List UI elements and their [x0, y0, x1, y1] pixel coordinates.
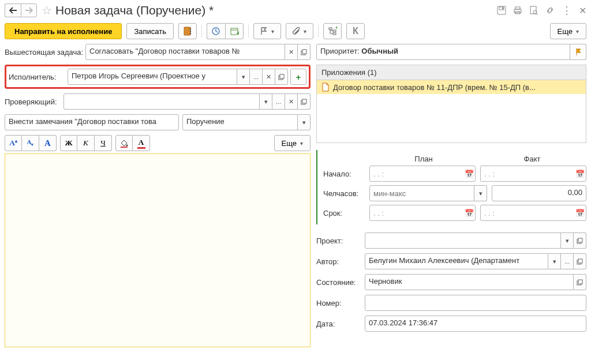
hours-label: Челчасов: — [323, 189, 369, 198]
richtext-editor[interactable] — [5, 153, 311, 347]
back-button[interactable] — [5, 3, 21, 17]
svg-rect-4 — [515, 7, 520, 9]
open-button[interactable] — [298, 93, 311, 110]
dropdown-button[interactable]: ▾ — [561, 232, 574, 249]
font-reset-button[interactable]: А — [39, 135, 57, 151]
hours-fact-input[interactable]: 0,00 — [492, 185, 586, 201]
open-button[interactable] — [275, 69, 288, 85]
clock-icon — [211, 27, 220, 36]
project-label: Проект: — [316, 237, 365, 245]
bold-button[interactable]: Ж — [60, 135, 77, 151]
dropdown-button[interactable]: ▾ — [298, 114, 311, 130]
italic-button[interactable]: К — [77, 135, 95, 151]
tree-add-button[interactable]: + — [323, 23, 342, 39]
clear-button[interactable]: ✕ — [285, 93, 298, 110]
italic-icon: К — [83, 138, 88, 148]
submit-button[interactable]: Направить на исполнение — [5, 23, 122, 39]
project-input[interactable] — [365, 232, 561, 249]
calendar-icon[interactable]: 📅 — [575, 170, 585, 178]
executor-input[interactable]: Петров Игорь Сергеевич (Проектное у — [68, 69, 237, 85]
checker-input[interactable] — [63, 93, 260, 110]
title-bar: ☆ Новая задача (Поручение) * ⋮ ✕ — [0, 0, 591, 21]
flag-dropdown-button[interactable] — [253, 23, 281, 39]
clock-button[interactable] — [207, 23, 225, 39]
font-increase-button[interactable]: A▴ — [5, 135, 22, 151]
fact-heading: Факт — [478, 155, 586, 163]
calendar-icon[interactable]: 📅 — [465, 209, 474, 217]
start-row: Начало: . . :📅 . . :📅 — [323, 166, 586, 182]
svg-rect-19 — [333, 33, 336, 35]
save-icon[interactable] — [497, 6, 506, 15]
flag-icon — [260, 27, 268, 35]
open-button[interactable] — [574, 253, 586, 269]
attach-dropdown-button[interactable] — [286, 23, 313, 39]
addressbook-button[interactable] — [178, 23, 197, 39]
parent-task-input[interactable]: Согласовать "Договор поставки товаров № — [85, 44, 285, 60]
page-title: Новая задача (Поручение) * — [55, 3, 497, 17]
dropdown-button[interactable]: ▾ — [548, 253, 561, 269]
print-icon[interactable] — [513, 6, 522, 15]
svg-rect-11 — [190, 31, 191, 32]
dropdown-button[interactable]: ▾ — [260, 93, 272, 110]
clear-button[interactable]: ✕ — [285, 44, 298, 60]
dropdown-button[interactable]: ▾ — [237, 69, 250, 85]
underline-button[interactable]: Ч — [95, 135, 112, 151]
priority-flag-button[interactable] — [570, 44, 586, 60]
checker-label: Проверяющий: — [5, 97, 63, 106]
type-input[interactable]: Поручение — [182, 114, 298, 130]
deadline-plan-input[interactable]: . . :📅 — [369, 205, 476, 221]
svg-rect-22 — [302, 50, 306, 54]
star-icon[interactable]: ☆ — [42, 3, 52, 17]
close-icon[interactable]: ✕ — [579, 5, 586, 16]
popup-icon — [301, 49, 307, 55]
record-button[interactable]: Записать — [126, 23, 174, 39]
number-input[interactable] — [365, 295, 586, 311]
calendar-icon[interactable]: 📅 — [575, 209, 585, 217]
tree-icon: + — [328, 27, 337, 36]
project-row: Проект: ▾ — [316, 232, 586, 249]
toolbar: Направить на исполнение Записать + + К Е… — [0, 21, 591, 44]
add-executor-button[interactable]: + — [290, 69, 306, 85]
author-label: Автор: — [316, 257, 365, 266]
preview-icon[interactable] — [529, 6, 538, 15]
open-button[interactable] — [298, 44, 311, 60]
paperclip-icon — [292, 27, 300, 35]
open-button[interactable] — [574, 274, 586, 290]
author-input[interactable]: Белугин Михаил Алексеевич (Департамент — [365, 253, 548, 269]
hours-plan-input[interactable] — [369, 185, 474, 201]
ellipsis-button[interactable]: ... — [561, 253, 574, 269]
deadline-fact-input[interactable]: . . :📅 — [480, 205, 586, 221]
calendar-icon[interactable]: 📅 — [465, 170, 474, 178]
highlight-button[interactable] — [115, 135, 133, 151]
add-calendar-button[interactable]: + — [225, 23, 244, 39]
priority-display[interactable]: Приоритет: Обычный — [316, 44, 570, 60]
more-dropdown-button[interactable]: Еще — [550, 23, 586, 39]
font-decrease-button[interactable]: A▾ — [22, 135, 39, 151]
start-plan-input[interactable]: . . :📅 — [369, 166, 476, 182]
popup-icon — [301, 99, 307, 105]
svg-rect-28 — [121, 147, 128, 148]
more-icon[interactable]: ⋮ — [562, 4, 572, 17]
subject-input[interactable]: Внести замечания "Договор поставки това — [5, 114, 179, 130]
svg-rect-10 — [190, 28, 191, 29]
attachment-item[interactable]: Договор поставки товаров № 11-ДПР (врем.… — [317, 80, 586, 94]
plan-heading: План — [369, 155, 478, 163]
ellipsis-button[interactable]: ... — [250, 69, 263, 85]
svg-rect-30 — [578, 238, 582, 242]
ellipsis-button[interactable]: ... — [272, 93, 285, 110]
clear-button[interactable]: ✕ — [263, 69, 275, 85]
open-button[interactable] — [574, 232, 586, 249]
dropdown-button[interactable]: ▾ — [474, 185, 487, 201]
k-button[interactable]: К — [346, 23, 365, 39]
date-input[interactable]: 07.03.2024 17:36:47 — [365, 316, 586, 332]
font-color-button[interactable]: А — [133, 135, 150, 151]
rt-more-dropdown-button[interactable]: Еще — [274, 135, 311, 151]
deadline-row: Срок: . . :📅 . . :📅 — [323, 205, 586, 221]
svg-rect-34 — [578, 280, 582, 284]
state-input[interactable]: Черновик — [365, 274, 574, 290]
start-fact-input[interactable]: . . :📅 — [480, 166, 586, 182]
link-icon[interactable] — [545, 6, 555, 15]
arrow-left-icon — [9, 7, 17, 14]
parent-task-label: Вышестоящая задача: — [5, 48, 85, 57]
forward-button[interactable] — [21, 3, 37, 17]
